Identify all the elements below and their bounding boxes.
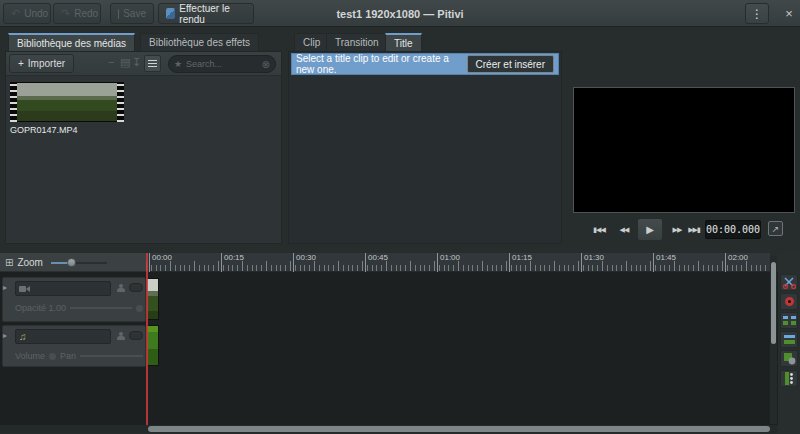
tab-effects-library-label: Bibliothèque des effets [149,37,250,48]
tab-title[interactable]: Title [385,33,422,51]
search-clear-icon[interactable]: ⊗ [262,59,270,70]
layer-user-icon[interactable] [117,332,125,340]
import-label: Importer [28,58,65,69]
save-label: Save [123,8,146,19]
ruler-label: 02:00 [725,253,748,272]
save-button[interactable]: Save [110,3,154,24]
video-opacity-control[interactable]: Opacité 1.00 [15,303,143,313]
go-start-button[interactable]: ▮◀◀ [588,221,610,239]
title-editor-panel: Select a title clip to edit or create a … [288,51,562,244]
seek-forward-icon: ▶▶ [673,226,682,234]
search-input[interactable] [186,59,258,69]
zoom-slider-handle[interactable] [67,258,76,267]
play-icon: ▶ [646,224,654,235]
opacity-label: Opacité 1.00 [15,303,66,313]
clip-thumbnail [10,82,124,122]
ruler-label: 01:00 [437,253,460,272]
render-button[interactable]: Effectuer le rendu [158,3,254,24]
ungroup-button[interactable] [780,312,798,329]
play-button[interactable]: ▶ [637,218,663,241]
media-library-toolbar: + Importer − ▤ ↧ ★ ⊗ [6,52,281,76]
timeline-zoom-bar: ⊞ Zoom [0,253,146,272]
detach-icon: ↗ [772,224,780,234]
list-view-toggle[interactable] [144,55,161,72]
opacity-slider[interactable] [70,307,132,309]
timeline-tracks[interactable]: ▸ Opacité 1.00 ▸ ♫ Volume Pan [0,272,778,425]
tab-clip[interactable]: Clip [294,33,329,51]
detach-viewer-button[interactable]: ↗ [768,221,783,236]
pan-slider[interactable] [80,355,143,357]
timeline-vertical-scrollbar[interactable] [770,256,777,424]
media-library-panel: + Importer − ▤ ↧ ★ ⊗ GOPR0147.MP4 [5,51,282,244]
go-end-button[interactable]: ▶▶▮ [683,221,705,239]
align-button[interactable] [780,370,798,387]
undo-button[interactable]: ↶ Undo [3,3,51,24]
infobar-message: Select a title clip to edit or create a … [296,53,467,75]
volume-label: Volume [15,351,45,361]
video-layer-expander-icon[interactable]: ▸ [3,283,7,292]
playhead[interactable] [146,253,148,425]
search-box[interactable]: ★ ⊗ [168,55,276,73]
audio-layer-name-entry[interactable]: ♫ [15,329,111,344]
audio-layer-expander-icon[interactable]: ▸ [3,331,7,340]
split-clip-button[interactable] [780,274,798,291]
video-layer-name-entry[interactable] [15,281,111,296]
plus-icon: + [18,58,24,69]
remove-clip-icon[interactable]: − [108,56,114,68]
timecode-display[interactable]: 00:00.000 [705,220,761,239]
search-star-icon: ★ [174,59,182,69]
ruler-label: 01:15 [509,253,532,272]
tab-media-library-label: Bibliothèque des médias [17,38,126,49]
ruler-label: 00:00 [149,253,172,272]
group-icon [783,333,796,346]
clip-thumbnail-image [17,83,117,121]
ungroup-icon [783,314,796,327]
video-layer-toggle[interactable] [129,283,143,292]
zoom-slider[interactable] [51,257,107,267]
group-button[interactable] [780,331,798,348]
copy-button[interactable] [780,350,798,367]
keyframe-button[interactable] [780,293,798,310]
opacity-slider-knob[interactable] [136,305,143,312]
tab-clip-label: Clip [303,37,320,48]
close-button[interactable]: × [781,5,797,21]
clip-properties-icon[interactable]: ▤ [120,56,130,69]
import-button[interactable]: + Importer [9,54,74,73]
tab-media-library[interactable]: Bibliothèque des médias [8,33,135,51]
tab-effects-library[interactable]: Bibliothèque des effets [140,33,259,51]
ruler-label: 00:15 [221,253,244,272]
undo-label: Undo [24,8,48,19]
create-title-button[interactable]: Créer et insérer [467,55,554,73]
menu-button[interactable]: ⋮ [745,3,769,24]
audio-layer-toggle[interactable] [129,331,143,340]
timeline-ruler[interactable]: 00:00 00:15 00:30 00:45 01:00 01:15 01:3… [146,253,770,272]
menu-icon: ⋮ [751,7,763,21]
align-icon [783,372,796,385]
video-preview [573,87,795,213]
ruler-label: 01:45 [653,253,676,272]
zoom-fit-icon[interactable]: ⊞ [5,257,13,268]
go-start-icon: ▮◀◀ [593,226,605,234]
media-clip-item[interactable]: GOPR0147.MP4 [10,82,126,138]
go-end-icon: ▶▶▮ [688,226,700,234]
timeline-horizontal-scrollbar[interactable] [0,425,778,433]
audio-layer-header: ▸ ♫ Volume Pan [2,325,146,367]
tab-transition[interactable]: Transition [326,33,388,51]
seek-back-button[interactable]: ◀◀ [613,221,635,239]
layer-user-icon[interactable] [117,284,125,292]
video-camera-icon [19,285,30,293]
copy-icon [783,352,796,365]
seek-back-icon: ◀◀ [620,226,629,234]
redo-label: Redo [74,8,98,19]
vertical-scrollbar-thumb[interactable] [771,262,776,344]
insert-at-end-icon[interactable]: ↧ [132,56,141,69]
render-label: Effectuer le rendu [179,3,246,25]
zoom-label: Zoom [17,257,43,268]
music-note-icon: ♫ [19,331,27,342]
undo-icon: ↶ [11,7,20,20]
audio-volume-control[interactable]: Volume Pan [15,351,143,361]
save-icon [118,9,119,19]
timeline-toolbar [778,253,800,434]
redo-button[interactable]: ↷ Redo [53,3,101,24]
horizontal-scrollbar-thumb[interactable] [148,426,770,432]
